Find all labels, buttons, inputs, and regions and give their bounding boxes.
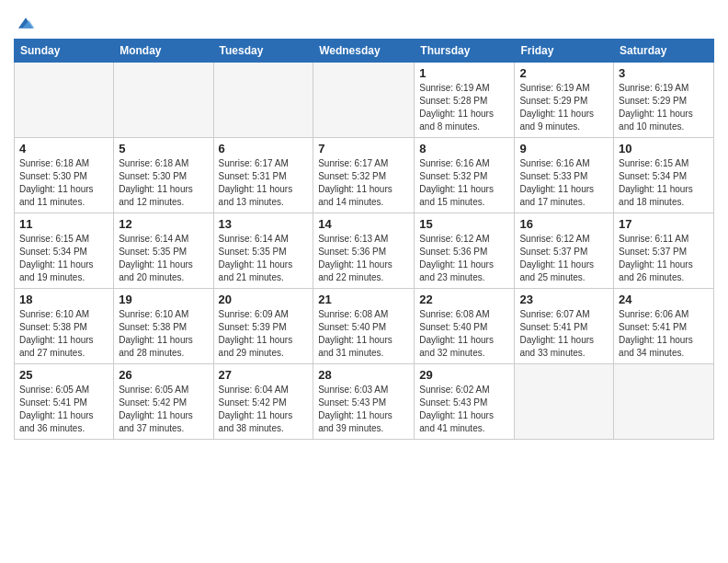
day-info: Sunrise: 6:15 AM Sunset: 5:34 PM Dayligh… bbox=[19, 233, 108, 284]
day-info: Sunrise: 6:06 AM Sunset: 5:41 PM Dayligh… bbox=[619, 308, 709, 360]
week-row-1: 4Sunrise: 6:18 AM Sunset: 5:30 PM Daylig… bbox=[15, 138, 714, 213]
day-number: 18 bbox=[19, 293, 108, 306]
week-row-2: 11Sunrise: 6:15 AM Sunset: 5:34 PM Dayli… bbox=[15, 213, 714, 289]
day-info: Sunrise: 6:15 AM Sunset: 5:34 PM Dayligh… bbox=[619, 157, 709, 209]
day-number: 20 bbox=[219, 293, 309, 306]
header bbox=[14, 9, 714, 33]
day-number: 27 bbox=[219, 368, 309, 382]
week-row-4: 25Sunrise: 6:05 AM Sunset: 5:41 PM Dayli… bbox=[15, 364, 714, 440]
calendar-cell: 10Sunrise: 6:15 AM Sunset: 5:34 PM Dayli… bbox=[614, 138, 714, 213]
calendar-cell: 25Sunrise: 6:05 AM Sunset: 5:41 PM Dayli… bbox=[15, 364, 114, 440]
calendar-cell bbox=[213, 63, 313, 138]
day-info: Sunrise: 6:02 AM Sunset: 5:43 PM Dayligh… bbox=[419, 384, 509, 435]
calendar-cell: 11Sunrise: 6:15 AM Sunset: 5:34 PM Dayli… bbox=[15, 213, 114, 289]
day-info: Sunrise: 6:07 AM Sunset: 5:41 PM Dayligh… bbox=[519, 308, 609, 360]
day-number: 16 bbox=[519, 217, 609, 231]
calendar-cell: 9Sunrise: 6:16 AM Sunset: 5:33 PM Daylig… bbox=[515, 138, 614, 213]
calendar-cell: 1Sunrise: 6:19 AM Sunset: 5:28 PM Daylig… bbox=[415, 63, 515, 138]
day-header-thursday: Thursday bbox=[415, 40, 515, 63]
calendar-cell bbox=[515, 364, 614, 440]
day-info: Sunrise: 6:18 AM Sunset: 5:30 PM Dayligh… bbox=[19, 157, 108, 209]
calendar-cell: 5Sunrise: 6:18 AM Sunset: 5:30 PM Daylig… bbox=[114, 138, 213, 213]
day-number: 15 bbox=[419, 217, 509, 231]
day-info: Sunrise: 6:14 AM Sunset: 5:35 PM Dayligh… bbox=[219, 233, 309, 284]
day-header-saturday: Saturday bbox=[614, 40, 714, 63]
day-number: 19 bbox=[119, 293, 208, 306]
day-info: Sunrise: 6:12 AM Sunset: 5:37 PM Dayligh… bbox=[519, 233, 609, 284]
page: SundayMondayTuesdayWednesdayThursdayFrid… bbox=[0, 0, 728, 563]
day-header-monday: Monday bbox=[114, 40, 213, 63]
day-number: 29 bbox=[419, 368, 509, 382]
day-number: 3 bbox=[619, 66, 709, 80]
day-number: 22 bbox=[419, 293, 509, 306]
day-number: 8 bbox=[419, 142, 509, 155]
day-info: Sunrise: 6:05 AM Sunset: 5:41 PM Dayligh… bbox=[19, 384, 108, 435]
calendar-cell: 6Sunrise: 6:17 AM Sunset: 5:31 PM Daylig… bbox=[213, 138, 313, 213]
calendar-cell bbox=[114, 63, 213, 138]
day-number: 4 bbox=[19, 142, 108, 155]
day-header-tuesday: Tuesday bbox=[213, 40, 313, 63]
calendar-cell: 15Sunrise: 6:12 AM Sunset: 5:36 PM Dayli… bbox=[415, 213, 515, 289]
day-info: Sunrise: 6:10 AM Sunset: 5:38 PM Dayligh… bbox=[119, 308, 208, 360]
day-number: 2 bbox=[519, 66, 609, 80]
logo-icon bbox=[16, 13, 36, 33]
day-number: 23 bbox=[519, 293, 609, 306]
calendar-cell bbox=[614, 364, 714, 440]
calendar-cell: 14Sunrise: 6:13 AM Sunset: 5:36 PM Dayli… bbox=[313, 213, 415, 289]
day-info: Sunrise: 6:19 AM Sunset: 5:29 PM Dayligh… bbox=[519, 82, 609, 133]
day-number: 25 bbox=[19, 368, 108, 382]
day-number: 10 bbox=[619, 142, 709, 155]
day-info: Sunrise: 6:17 AM Sunset: 5:32 PM Dayligh… bbox=[318, 157, 409, 209]
calendar-cell: 28Sunrise: 6:03 AM Sunset: 5:43 PM Dayli… bbox=[313, 364, 415, 440]
day-info: Sunrise: 6:04 AM Sunset: 5:42 PM Dayligh… bbox=[219, 384, 309, 435]
day-info: Sunrise: 6:13 AM Sunset: 5:36 PM Dayligh… bbox=[318, 233, 409, 284]
calendar-cell: 29Sunrise: 6:02 AM Sunset: 5:43 PM Dayli… bbox=[415, 364, 515, 440]
day-info: Sunrise: 6:19 AM Sunset: 5:28 PM Dayligh… bbox=[419, 82, 509, 133]
week-row-0: 1Sunrise: 6:19 AM Sunset: 5:28 PM Daylig… bbox=[15, 63, 714, 138]
day-number: 7 bbox=[318, 142, 409, 155]
day-number: 12 bbox=[119, 217, 208, 231]
week-row-3: 18Sunrise: 6:10 AM Sunset: 5:38 PM Dayli… bbox=[15, 289, 714, 364]
day-number: 6 bbox=[219, 142, 309, 155]
day-info: Sunrise: 6:11 AM Sunset: 5:37 PM Dayligh… bbox=[619, 233, 709, 284]
day-info: Sunrise: 6:10 AM Sunset: 5:38 PM Dayligh… bbox=[19, 308, 108, 360]
calendar-cell: 18Sunrise: 6:10 AM Sunset: 5:38 PM Dayli… bbox=[15, 289, 114, 364]
day-number: 17 bbox=[619, 217, 709, 231]
day-header-sunday: Sunday bbox=[15, 40, 114, 63]
day-info: Sunrise: 6:08 AM Sunset: 5:40 PM Dayligh… bbox=[318, 308, 409, 360]
calendar-cell: 8Sunrise: 6:16 AM Sunset: 5:32 PM Daylig… bbox=[415, 138, 515, 213]
days-of-week-row: SundayMondayTuesdayWednesdayThursdayFrid… bbox=[15, 40, 714, 63]
calendar-cell: 4Sunrise: 6:18 AM Sunset: 5:30 PM Daylig… bbox=[15, 138, 114, 213]
day-number: 13 bbox=[219, 217, 309, 231]
calendar-cell: 16Sunrise: 6:12 AM Sunset: 5:37 PM Dayli… bbox=[515, 213, 614, 289]
day-info: Sunrise: 6:03 AM Sunset: 5:43 PM Dayligh… bbox=[318, 384, 409, 435]
calendar-cell: 13Sunrise: 6:14 AM Sunset: 5:35 PM Dayli… bbox=[213, 213, 313, 289]
day-number: 14 bbox=[318, 217, 409, 231]
day-number: 11 bbox=[19, 217, 108, 231]
day-info: Sunrise: 6:16 AM Sunset: 5:32 PM Dayligh… bbox=[419, 157, 509, 209]
day-info: Sunrise: 6:08 AM Sunset: 5:40 PM Dayligh… bbox=[419, 308, 509, 360]
day-info: Sunrise: 6:17 AM Sunset: 5:31 PM Dayligh… bbox=[219, 157, 309, 209]
day-info: Sunrise: 6:18 AM Sunset: 5:30 PM Dayligh… bbox=[119, 157, 208, 209]
calendar-cell: 23Sunrise: 6:07 AM Sunset: 5:41 PM Dayli… bbox=[515, 289, 614, 364]
calendar-cell: 7Sunrise: 6:17 AM Sunset: 5:32 PM Daylig… bbox=[313, 138, 415, 213]
day-info: Sunrise: 6:05 AM Sunset: 5:42 PM Dayligh… bbox=[119, 384, 208, 435]
calendar-cell: 22Sunrise: 6:08 AM Sunset: 5:40 PM Dayli… bbox=[415, 289, 515, 364]
calendar-cell: 26Sunrise: 6:05 AM Sunset: 5:42 PM Dayli… bbox=[114, 364, 213, 440]
day-number: 28 bbox=[318, 368, 409, 382]
day-number: 21 bbox=[318, 293, 409, 306]
calendar-cell bbox=[313, 63, 415, 138]
day-info: Sunrise: 6:14 AM Sunset: 5:35 PM Dayligh… bbox=[119, 233, 208, 284]
day-number: 1 bbox=[419, 66, 509, 80]
calendar-cell: 24Sunrise: 6:06 AM Sunset: 5:41 PM Dayli… bbox=[614, 289, 714, 364]
day-info: Sunrise: 6:16 AM Sunset: 5:33 PM Dayligh… bbox=[519, 157, 609, 209]
calendar-table: SundayMondayTuesdayWednesdayThursdayFrid… bbox=[14, 39, 714, 440]
calendar-cell: 20Sunrise: 6:09 AM Sunset: 5:39 PM Dayli… bbox=[213, 289, 313, 364]
calendar-cell: 27Sunrise: 6:04 AM Sunset: 5:42 PM Dayli… bbox=[213, 364, 313, 440]
day-number: 24 bbox=[619, 293, 709, 306]
day-number: 26 bbox=[119, 368, 208, 382]
day-info: Sunrise: 6:12 AM Sunset: 5:36 PM Dayligh… bbox=[419, 233, 509, 284]
day-number: 9 bbox=[519, 142, 609, 155]
day-info: Sunrise: 6:19 AM Sunset: 5:29 PM Dayligh… bbox=[619, 82, 709, 133]
day-header-friday: Friday bbox=[515, 40, 614, 63]
